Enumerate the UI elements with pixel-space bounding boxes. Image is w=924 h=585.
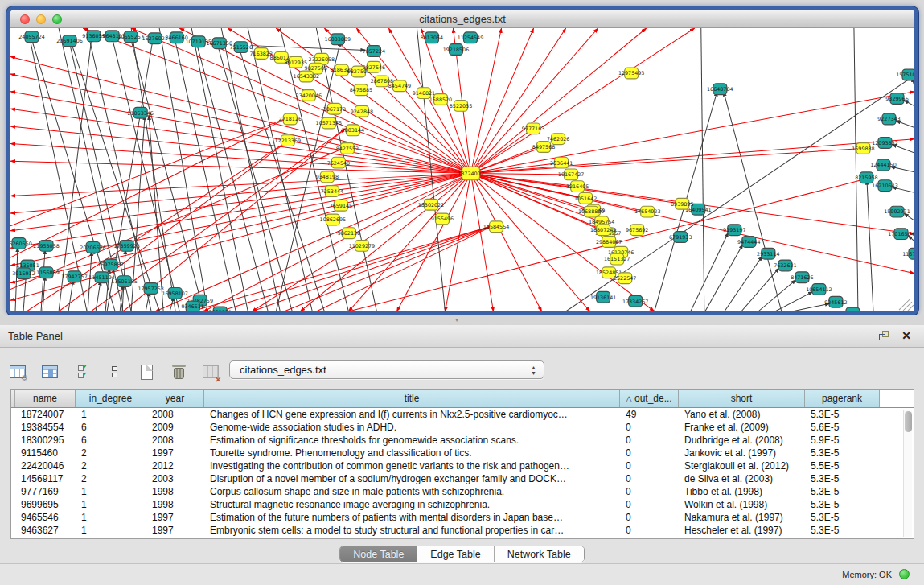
graph-node[interactable]: 15751074	[896, 69, 914, 80]
network-graph-canvas[interactable]: 2405572420691406913605919648113106552571…	[10, 28, 914, 311]
graph-node[interactable]: 16958107	[162, 288, 188, 299]
graph-node[interactable]: 8427552	[336, 143, 359, 154]
delete-column-button[interactable]	[167, 360, 190, 383]
graph-node[interactable]: 16210643	[872, 180, 898, 192]
graph-node[interactable]: 2933114	[757, 248, 779, 259]
graph-node[interactable]: 8215958	[855, 172, 877, 183]
graph-node[interactable]: 16033809	[325, 34, 351, 45]
table-row[interactable]: 911546021997Tourette syndrome. Phenomeno…	[11, 447, 914, 459]
column-header-name[interactable]: name	[15, 390, 76, 407]
graph-node[interactable]: 23420046	[296, 90, 322, 101]
vertical-scrollbar[interactable]	[903, 410, 912, 537]
table-row[interactable]: 1938455462009Genome-wide association stu…	[11, 421, 914, 434]
column-header-out_de[interactable]: △out_de...	[620, 390, 679, 407]
table-row[interactable]: 946554611997Estimation of the future num…	[11, 511, 914, 524]
graph-node[interactable]: 10167427	[558, 169, 585, 180]
tab-network-table[interactable]: Network Table	[495, 546, 584, 562]
graph-node[interactable]: 17334267	[622, 295, 649, 307]
graph-node[interactable]: 19584554	[483, 221, 510, 233]
graph-node[interactable]: 1051642	[574, 193, 597, 204]
table-row[interactable]: 2242004622012Investigating the contribut…	[11, 459, 914, 472]
graph-node[interactable]: 9227343	[877, 113, 900, 125]
graph-node[interactable]: 11675334	[902, 248, 914, 259]
graph-node[interactable]: 9675692	[626, 225, 648, 236]
float-panel-icon[interactable]	[879, 331, 890, 342]
column-header-pagerank[interactable]: pagerank	[805, 390, 880, 407]
graph-node[interactable]: 11029279	[349, 241, 376, 252]
graph-node[interactable]: 25260550	[10, 238, 32, 249]
graph-node[interactable]: 7632621	[774, 260, 796, 271]
graph-node[interactable]: 9862136	[338, 228, 360, 239]
graph-node[interactable]: 12213369	[275, 135, 302, 146]
graph-node[interactable]: 10862695	[320, 214, 347, 225]
column-header-in_degree[interactable]: in_degree	[76, 390, 146, 407]
graph-node[interactable]: 24055724	[18, 31, 45, 43]
graph-node[interactable]: 2536441	[550, 157, 573, 168]
graph-node[interactable]: 6791933	[669, 232, 692, 243]
graph-node[interactable]: 9193197	[723, 225, 745, 236]
graph-node[interactable]: 12444150	[870, 159, 897, 171]
graph-node[interactable]: 29884067	[596, 237, 622, 248]
column-header-title[interactable]: title	[204, 390, 620, 407]
table-settings-button[interactable]: ⚙	[6, 360, 29, 383]
svg-text:1135051: 1135051	[16, 262, 39, 268]
new-column-button[interactable]	[135, 360, 158, 383]
table-cell: 1997	[146, 524, 204, 537]
graph-node[interactable]: 12093832	[872, 138, 898, 149]
svg-text:15992971: 15992971	[884, 209, 910, 215]
graph-node[interactable]: 9777163	[522, 123, 544, 134]
scrollbar-thumb[interactable]	[905, 411, 912, 432]
table-row[interactable]: 1456911722003Disruption of a novel membe…	[11, 472, 914, 485]
graph-node[interactable]: 8813054	[421, 32, 443, 43]
graph-node[interactable]: 9329966	[885, 93, 908, 105]
graph-node[interactable]: 17957253	[138, 283, 164, 295]
tab-node-table[interactable]: Node Table	[340, 546, 417, 562]
graph-node[interactable]: 16648784	[707, 84, 733, 95]
graph-node[interactable]: 8522035	[450, 100, 472, 111]
graph-node[interactable]: 7253444	[321, 186, 343, 197]
graph-node[interactable]: 19218506	[443, 44, 470, 56]
zoom-window-button[interactable]	[52, 14, 62, 24]
column-header-short[interactable]: short	[679, 390, 805, 407]
graph-node[interactable]: 3067173	[323, 103, 346, 114]
canvas-resize-grip[interactable]	[899, 299, 914, 311]
row-height-button[interactable]	[103, 360, 125, 383]
tab-edge-table[interactable]: Edge Table	[417, 546, 494, 562]
graph-node[interactable]: 15992971	[884, 206, 910, 217]
graph-node[interactable]: 2718126	[279, 113, 302, 125]
horizontal-splitter[interactable]: ▾	[0, 315, 924, 325]
svg-text:17359928: 17359928	[113, 243, 140, 249]
minimize-window-button[interactable]	[36, 14, 46, 24]
table-row[interactable]: 946362711997Embryonic stem cells: a mode…	[11, 524, 914, 537]
table-row[interactable]: 977716911998Corpus callosum shape and si…	[11, 485, 914, 498]
graph-node[interactable]: 12975493	[618, 68, 645, 79]
graph-node[interactable]: 8475685	[350, 84, 372, 96]
show-column-button[interactable]	[39, 360, 61, 383]
close-window-button[interactable]	[20, 14, 30, 24]
graph-node[interactable]: 21953058	[33, 241, 60, 252]
table-row[interactable]: 1830029562008Estimation of significance …	[11, 434, 914, 447]
graph-node[interactable]: 18724007	[458, 167, 484, 180]
splitter-grip-icon[interactable]: ▾	[452, 318, 462, 323]
table-cell: Wolkin et al. (1998)	[679, 498, 805, 511]
svg-text:9193197: 9193197	[723, 227, 745, 233]
table-cell: 18300295	[15, 434, 76, 447]
graph-node[interactable]: 7659145	[330, 200, 352, 211]
close-panel-icon[interactable]: ✕	[901, 329, 911, 342]
graph-node[interactable]: 11254549	[458, 32, 484, 43]
table-row[interactable]: 1872400712008Changes of HCN gene express…	[11, 408, 914, 421]
graph-node[interactable]: 19136141	[590, 291, 617, 303]
table-select-dropdown[interactable]: citations_edges.txt ▲▼	[229, 360, 544, 379]
table-cell: 49	[620, 408, 679, 421]
graph-node[interactable]: 10571375	[316, 117, 343, 129]
table-row[interactable]: 969969511998Structural magnetic resonanc…	[11, 498, 914, 511]
column-header-year[interactable]: year	[146, 390, 204, 407]
select-all-columns-button[interactable]	[71, 360, 93, 383]
graph-node[interactable]: 9861033	[841, 307, 864, 311]
network-graph[interactable]: 2405572420691406913605919648113106552571…	[10, 28, 914, 311]
graph-node[interactable]: 9245612	[824, 296, 847, 307]
svg-text:16958107: 16958107	[162, 290, 188, 296]
window-titlebar[interactable]: citations_edges.txt	[10, 10, 914, 28]
table-cell: 1	[76, 498, 146, 511]
graph-node[interactable]: 7857224	[363, 46, 385, 57]
